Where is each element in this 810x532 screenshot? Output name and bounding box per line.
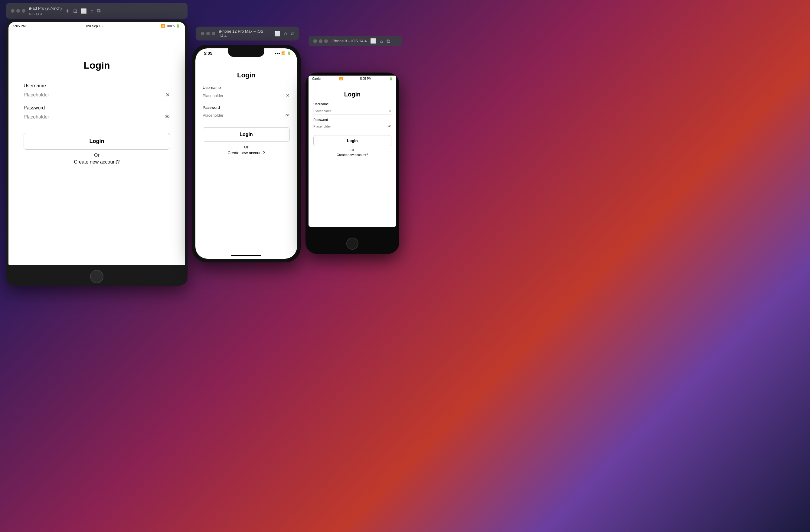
iphone12-home-indicator: [231, 255, 261, 256]
iphone8-username-label: Username: [313, 102, 391, 106]
iphone12-username-label: Username: [202, 85, 290, 90]
iphone12-toolbar-dots: [201, 32, 215, 35]
ipad-password-label: Password: [23, 105, 170, 111]
iphone12-notch: [228, 48, 264, 57]
ipad-time-date: 5:05 PM: [13, 24, 26, 28]
iphone8-eye-icon[interactable]: 👁: [388, 124, 391, 128]
ipad-or-text: Or: [23, 153, 170, 158]
iphone8-status-bar: Carrier 📶 5:05 PM 🔋: [308, 76, 396, 82]
ipad-login-form: Login Username ✕ Password 👁 Login Or Cre…: [9, 30, 185, 174]
iphone12-battery-icon: 🔋: [287, 51, 291, 55]
iphone8-toolbar: iPhone 8 – iOS 14.4 ⬜ ⌂ ⧉: [308, 36, 402, 46]
iphone8-home-button[interactable]: [346, 237, 358, 250]
iphone12-eye-icon[interactable]: 👁: [285, 113, 290, 118]
iphone12-device-name: iPhone 12 Pro Max – iOS 14.4: [219, 29, 271, 38]
ipad-username-input[interactable]: [23, 92, 165, 98]
iphone8-login-title: Login: [313, 91, 391, 98]
iphone12-username-input[interactable]: [202, 94, 286, 98]
iphone8-battery-icon: 🔋: [389, 77, 393, 80]
iphone8-dot-green: [324, 39, 328, 43]
iphone8-dot-yellow: [319, 39, 322, 43]
ipad-toolbar-title: iPad Pro (9.7-inch) iOS 14.4: [29, 5, 62, 16]
ipad-home-button[interactable]: [90, 270, 103, 283]
ipad-password-field-row: 👁: [23, 112, 170, 122]
ipad-eye-icon[interactable]: 👁: [164, 114, 170, 120]
ipad-status-right: 📶 100% 🔋: [161, 24, 180, 28]
iphone8-dot-red: [313, 39, 317, 43]
dot-green: [22, 9, 26, 13]
ipad-os-version: iOS 14.4: [29, 12, 42, 16]
iphone8-or-text: Or: [313, 148, 391, 152]
iphone12-camera-icon[interactable]: ⬜: [274, 31, 280, 37]
iphone12-login-form: Login Username ✕ Password 👁 Login Or Cre…: [195, 65, 297, 161]
iphone8-username-field-row: ✕: [313, 107, 391, 115]
iphone12-device: 5:05 ●●● 📶 🔋 Login Username ✕ Password 👁…: [192, 45, 301, 262]
iphone12-dot-red: [201, 32, 205, 35]
camera-icon[interactable]: ⬜: [81, 8, 87, 14]
iphone12-toolbar: iPhone 12 Pro Max – iOS 14.4 ⬜ ⌂ ⧉: [196, 27, 299, 40]
ipad-wifi-icon: 📶: [161, 24, 165, 28]
iphone12-password-field-row: 👁: [202, 111, 290, 120]
home-icon[interactable]: ⌂: [91, 8, 94, 14]
iphone8-rotate-icon[interactable]: ⧉: [387, 38, 390, 44]
brightness-icon[interactable]: ☀: [65, 8, 69, 14]
ipad-password-input[interactable]: [23, 114, 164, 120]
ipad-battery-text: 100%: [166, 24, 175, 28]
iphone12-password-input[interactable]: [202, 113, 285, 118]
iphone12-dot-yellow: [206, 32, 210, 35]
iphone8-username-input[interactable]: [313, 109, 389, 113]
ipad-login-button[interactable]: Login: [23, 133, 170, 150]
iphone12-time: 5:05: [204, 51, 212, 56]
iphone8-login-form: Login Username ✕ Password 👁 Login Or Cre…: [308, 82, 396, 162]
iphone8-time: 5:05 PM: [360, 77, 371, 80]
ipad-device: 5:05 PM Thu Sep 16 📶 100% 🔋 Login Userna…: [6, 20, 188, 286]
screenshot-icon[interactable]: ⊡: [73, 8, 77, 14]
iphone8-camera-icon[interactable]: ⬜: [370, 38, 376, 44]
ipad-device-name: iPad Pro (9.7-inch): [29, 6, 62, 11]
iphone12-screen: 5:05 ●●● 📶 🔋 Login Username ✕ Password 👁…: [195, 48, 297, 259]
ipad-login-title: Login: [23, 60, 170, 71]
iphone12-signal-icon: ●●●: [275, 52, 280, 55]
ipad-screen: 5:05 PM Thu Sep 16 📶 100% 🔋 Login Userna…: [9, 22, 185, 265]
ipad-date: Thu Sep 16: [85, 24, 102, 28]
iphone12-or-text: Or: [202, 145, 290, 149]
ipad-toolbar: iPad Pro (9.7-inch) iOS 14.4 ☀ ⊡ ⬜ ⌂ ⧉: [6, 3, 188, 19]
iphone8-screen: Carrier 📶 5:05 PM 🔋 Login Username ✕ Pas…: [308, 76, 396, 227]
iphone12-dot-green: [212, 32, 215, 35]
iphone12-rotate-icon[interactable]: ⧉: [291, 31, 294, 36]
iphone8-device-name: iPhone 8 – iOS 14.4: [331, 39, 367, 43]
ipad-toolbar-dots: [11, 9, 26, 13]
iphone8-home-icon[interactable]: ⌂: [380, 38, 383, 44]
iphone8-carrier: Carrier: [312, 77, 322, 80]
iphone8-toolbar-dots: [313, 39, 328, 43]
iphone12-username-field-row: ✕: [202, 91, 290, 100]
iphone8-create-account[interactable]: Create new account?: [313, 153, 391, 156]
rotate-icon[interactable]: ⧉: [97, 8, 100, 14]
ipad-username-field-row: ✕: [23, 90, 170, 100]
iphone12-home-icon[interactable]: ⌂: [284, 31, 287, 36]
ipad-create-account[interactable]: Create new account?: [23, 159, 170, 165]
iphone8-password-input[interactable]: [313, 124, 388, 128]
iphone12-login-title: Login: [202, 71, 290, 79]
iphone8-clear-icon[interactable]: ✕: [389, 109, 391, 113]
iphone8-device: Carrier 📶 5:05 PM 🔋 Login Username ✕ Pas…: [306, 72, 399, 254]
iphone8-password-field-row: 👁: [313, 123, 391, 130]
iphone8-wifi-icon: 📶: [339, 77, 343, 80]
dot-yellow: [16, 9, 20, 13]
iphone12-clear-icon[interactable]: ✕: [286, 93, 290, 98]
iphone8-password-label: Password: [313, 118, 391, 121]
iphone12-status-right: ●●● 📶 🔋: [275, 51, 291, 55]
dot-red: [11, 9, 15, 13]
ipad-clear-icon[interactable]: ✕: [165, 92, 170, 98]
ipad-battery-icon: 🔋: [176, 24, 180, 28]
iphone12-wifi-icon: 📶: [281, 51, 286, 55]
iphone8-login-button[interactable]: Login: [313, 135, 391, 146]
iphone12-create-account[interactable]: Create new account?: [202, 151, 290, 155]
ipad-username-label: Username: [23, 83, 170, 88]
iphone12-login-button[interactable]: Login: [202, 127, 290, 142]
iphone12-password-label: Password: [202, 105, 290, 110]
ipad-status-bar: 5:05 PM Thu Sep 16 📶 100% 🔋: [9, 22, 185, 30]
